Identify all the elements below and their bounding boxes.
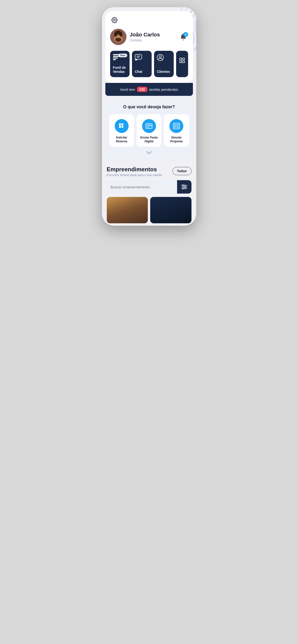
svg-point-4 (114, 32, 117, 37)
action-card-pasta[interactable]: Enviar Pasta Digital (136, 114, 162, 146)
svg-rect-24 (183, 61, 185, 63)
filter-button[interactable] (177, 180, 192, 194)
svg-rect-22 (183, 58, 185, 60)
svg-rect-27 (119, 126, 121, 128)
empreendimentos-section: Empreendimentos Encontre imóvel ideal pa… (102, 161, 196, 226)
svg-rect-25 (119, 124, 121, 125)
chevron-down[interactable] (109, 146, 189, 156)
actions-grid: Solicitar Reserva Enviar Pasta Digital (109, 114, 189, 146)
clientes-icon (157, 54, 164, 62)
notification-button[interactable]: 0 (179, 32, 188, 42)
reserva-label: Solicitar Reserva (112, 136, 132, 143)
svg-rect-34 (174, 124, 176, 126)
action-card-simular[interactable]: Simular Proposta (164, 114, 189, 146)
svg-point-11 (183, 40, 184, 40)
tasks-prefix: Você tem (120, 88, 135, 92)
svg-rect-21 (180, 58, 182, 60)
empreend-title-group: Empreendimentos Encontre imóvel ideal pa… (107, 166, 163, 177)
main-card: João Carlos Corretor 0 Beta (105, 11, 193, 83)
svg-rect-36 (174, 126, 176, 128)
phone-frame: João Carlos Corretor 0 Beta (102, 7, 196, 226)
simular-icon (169, 119, 183, 133)
svg-point-20 (159, 56, 161, 58)
settings-row (110, 16, 188, 24)
property-cards-row (107, 197, 192, 226)
svg-point-5 (120, 32, 122, 37)
svg-point-42 (185, 186, 186, 188)
beta-badge: Beta (118, 54, 127, 57)
svg-rect-26 (121, 124, 123, 125)
menu-row: Beta Funil de Vendas (110, 51, 188, 77)
empreend-subtitle: Encontre imóvel ideal para o seu cliente… (107, 173, 163, 177)
action-card-reserva[interactable]: Solicitar Reserva (109, 114, 134, 146)
reserva-icon (115, 119, 129, 133)
menu-item-more[interactable] (176, 51, 188, 77)
svg-point-10 (115, 38, 121, 42)
search-input[interactable] (107, 181, 177, 193)
menu-item-chat[interactable]: Chat (132, 51, 152, 77)
settings-button[interactable] (110, 16, 119, 24)
more-icon (179, 58, 185, 64)
svg-rect-16 (135, 54, 142, 59)
svg-rect-28 (121, 126, 123, 128)
empreend-header: Empreendimentos Encontre imóvel ideal pa… (107, 166, 192, 177)
svg-rect-23 (180, 61, 182, 63)
profile-info: João Carlos Corretor (130, 32, 175, 42)
tasks-suffix: tarefas pendentes (149, 88, 178, 92)
svg-point-7 (119, 34, 120, 36)
svg-point-43 (183, 188, 184, 189)
clientes-label: Clientes (157, 70, 170, 74)
todos-button[interactable]: Todos (173, 167, 192, 175)
profile-role: Corretor (130, 38, 175, 42)
simular-label: Simular Proposta (166, 136, 186, 143)
profile-name: João Carlos (130, 32, 175, 38)
menu-item-funil[interactable]: Beta Funil de Vendas (110, 51, 130, 77)
svg-point-30 (147, 124, 149, 126)
chat-label: Chat (135, 70, 142, 74)
property-card-2[interactable] (150, 197, 192, 223)
chat-icon (135, 54, 142, 62)
actions-title: O que você deseja fazer? (109, 104, 189, 110)
tasks-count: 132 (137, 87, 147, 92)
profile-row: João Carlos Corretor 0 (110, 29, 188, 45)
pasta-icon (142, 119, 156, 133)
pasta-label: Enviar Pasta Digital (139, 136, 159, 143)
svg-point-8 (118, 36, 119, 38)
svg-rect-33 (173, 123, 180, 129)
menu-item-clientes[interactable]: Clientes (154, 51, 174, 77)
svg-rect-15 (113, 59, 116, 60)
property-card-1[interactable] (107, 197, 148, 223)
search-bar (107, 180, 192, 194)
svg-rect-37 (177, 126, 179, 128)
svg-rect-14 (113, 58, 118, 58)
svg-point-41 (183, 184, 184, 186)
tasks-banner: Você tem 132 tarefas pendentes (105, 83, 193, 96)
notification-badge: 0 (183, 32, 188, 37)
avatar (110, 29, 126, 45)
funil-label: Funil de Vendas (113, 66, 127, 74)
actions-section: O que você deseja fazer? Solicitar Reser… (105, 99, 193, 161)
empreend-title: Empreendimentos (107, 166, 163, 173)
svg-rect-35 (177, 124, 179, 126)
svg-point-6 (116, 34, 117, 36)
